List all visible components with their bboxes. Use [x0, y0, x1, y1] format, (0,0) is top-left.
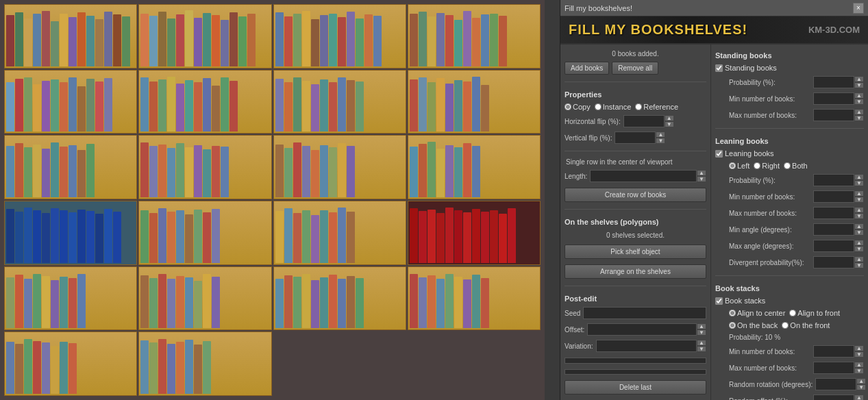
leaning-divergent-down[interactable]: ▼ [854, 262, 864, 268]
leaning-max-down[interactable]: ▼ [854, 213, 864, 219]
leaning-books-header: Leaning books [715, 137, 864, 145]
leaning-max-input[interactable]: 10 [813, 207, 854, 219]
leaning-max-angle-input[interactable]: 25,0 [813, 240, 854, 252]
standing-min-input[interactable]: 1 [813, 92, 854, 105]
standing-books-checkbox[interactable]: Standing books [715, 64, 777, 72]
offset-label: Offset: [565, 326, 584, 334]
leaning-min-up[interactable]: ▲ [854, 190, 864, 197]
vertical-flip-label: Vertical flip (%): [565, 134, 612, 142]
on-front-radio[interactable]: On the front [782, 321, 830, 329]
add-books-button[interactable]: Add books [565, 62, 609, 75]
standing-prob-down[interactable]: ▼ [854, 82, 864, 88]
post-edit-header: Post-edit [565, 295, 706, 303]
leaning-min-angle-input[interactable]: 5,0 [813, 223, 854, 236]
length-input[interactable]: 100,0cm [590, 170, 697, 182]
standing-prob-input[interactable]: 60,0 [813, 76, 854, 88]
title-bar: Fill my bookshelves! × [560, 0, 868, 16]
stacks-min-down[interactable]: ▼ [854, 351, 864, 358]
reference-radio[interactable]: Reference [635, 103, 678, 111]
leaning-prob-up[interactable]: ▲ [854, 174, 864, 180]
single-row-label: Single row in the center of viewport [565, 157, 706, 167]
leaning-books-checkbox[interactable]: Leaning books [715, 149, 774, 158]
standing-min-down[interactable]: ▼ [854, 99, 864, 105]
random-offset-label: Random offset (%): [729, 397, 788, 401]
books-added-status: 0 books added. [565, 49, 706, 59]
instance-radio[interactable]: Instance [595, 103, 632, 111]
properties-header: Properties [565, 90, 706, 99]
leaning-min-down[interactable]: ▼ [854, 197, 864, 203]
main-panel: Fill my bookshelves! × FILL MY BOOKSHELV… [560, 0, 868, 400]
leaning-divergent-input[interactable]: 80,0 [813, 256, 854, 268]
horizontal-flip-up[interactable]: ▲ [665, 115, 674, 121]
horizontal-flip-down[interactable]: ▼ [665, 121, 674, 127]
vertical-flip-up[interactable]: ▲ [656, 132, 665, 138]
stacks-max-input[interactable]: 12 [813, 362, 854, 374]
book-stacks-checkbox[interactable]: Book stacks [715, 297, 765, 305]
right-radio[interactable]: Right [754, 162, 780, 170]
book-stacks-header: Book stacks [715, 284, 864, 292]
leaning-max-up[interactable]: ▲ [854, 207, 864, 213]
pid-input-area[interactable] [565, 369, 706, 375]
length-up[interactable]: ▲ [697, 170, 706, 176]
random-rotation-input[interactable]: 10,0 [815, 378, 856, 390]
align-front-radio[interactable]: Align to front [789, 309, 840, 317]
length-down[interactable]: ▼ [697, 176, 706, 182]
offset-up[interactable]: ▲ [697, 323, 706, 329]
stacks-max-up[interactable]: ▲ [854, 362, 864, 368]
leaning-max-angle-label: Max angle (degrees): [729, 242, 794, 250]
standing-max-label: Max number of books: [729, 112, 797, 119]
random-rotation-up[interactable]: ▲ [856, 378, 866, 384]
vertical-flip-down[interactable]: ▼ [656, 138, 665, 144]
reference-input-area[interactable] [565, 358, 706, 364]
standing-min-label: Min number of books: [729, 95, 795, 103]
horizontal-flip-input[interactable]: 5,0 [623, 115, 665, 127]
standing-books-header: Standing books [715, 51, 864, 60]
length-label: Length: [565, 173, 587, 180]
variation-down[interactable]: ▼ [697, 346, 706, 352]
leaning-prob-down[interactable]: ▼ [854, 180, 864, 186]
pick-shelf-button[interactable]: Pick shelf object [565, 245, 706, 259]
left-radio[interactable]: Left [729, 162, 749, 170]
stacks-min-input[interactable]: 8 [813, 345, 854, 358]
leaning-max-angle-down[interactable]: ▼ [854, 246, 864, 252]
left-panel: 0 books added. Add books Remove all Prop… [560, 45, 711, 400]
shelves-selected-status: 0 shelves selected. [565, 230, 706, 240]
arrange-button[interactable]: Arrange on the shelves [565, 264, 706, 279]
standing-max-input[interactable]: 15 [813, 109, 854, 121]
on-back-radio[interactable]: On the back [729, 321, 778, 329]
standing-max-down[interactable]: ▼ [854, 115, 864, 121]
leaning-max-angle-up[interactable]: ▲ [854, 240, 864, 246]
vertical-flip-input[interactable]: 5,0 [615, 132, 656, 144]
standing-max-up[interactable]: ▲ [854, 109, 864, 115]
random-rotation-label: Random rotation (degrees): [729, 381, 813, 388]
copy-radio[interactable]: Copy [565, 103, 591, 111]
stacks-max-down[interactable]: ▼ [854, 368, 864, 374]
delete-last-button[interactable]: Delete last [565, 380, 706, 395]
leaning-min-input[interactable]: 1 [813, 190, 854, 203]
leaning-prob-input[interactable]: 30,0 [813, 174, 854, 186]
offset-down[interactable]: ▼ [697, 329, 706, 336]
leaning-divergent-up[interactable]: ▲ [854, 256, 864, 262]
offset-input[interactable]: 0,0cm [587, 323, 697, 336]
leaning-min-label: Min number of books: [729, 193, 795, 201]
stacks-probability-label: Probability: 10 % [729, 334, 780, 341]
both-radio[interactable]: Both [784, 162, 808, 170]
variation-input[interactable]: 0,0cm [596, 340, 697, 352]
banner-brand: KM-3D.COM [808, 25, 860, 35]
variation-up[interactable]: ▲ [697, 340, 706, 346]
remove-all-button[interactable]: Remove all [612, 62, 658, 75]
leaning-min-angle-down[interactable]: ▼ [854, 229, 864, 236]
stacks-min-up[interactable]: ▲ [854, 345, 864, 351]
align-center-radio[interactable]: Align to center [729, 309, 785, 317]
standing-min-up[interactable]: ▲ [854, 92, 864, 99]
standing-prob-up[interactable]: ▲ [854, 76, 864, 82]
random-offset-up[interactable]: ▲ [854, 395, 864, 400]
random-offset-input[interactable]: 10,0 [813, 395, 854, 400]
random-rotation-down[interactable]: ▼ [856, 384, 866, 390]
leaning-min-angle-up[interactable]: ▲ [854, 223, 864, 229]
leaning-max-label: Max number of books: [729, 210, 797, 217]
bookshelf-background [0, 0, 545, 400]
close-button[interactable]: × [853, 3, 864, 14]
create-row-button[interactable]: Create row of books [565, 188, 706, 202]
right-panel: Standing books Standing books Probabilit… [711, 45, 868, 400]
